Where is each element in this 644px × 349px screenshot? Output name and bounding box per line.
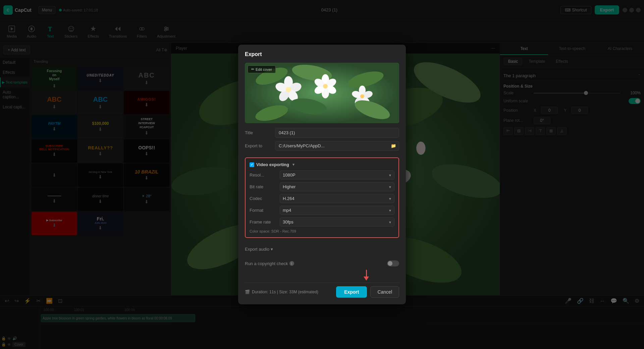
video-checkbox[interactable]: ✓ <box>250 162 254 167</box>
framerate-row: Frame rate 24fps 25fps 30fps 60fps ▼ <box>250 217 394 227</box>
codec-select-wrapper: H.264 H.265 ▼ <box>280 194 394 203</box>
edit-cover-button[interactable]: ✏ Edit cover <box>248 65 276 73</box>
svg-point-74 <box>360 94 364 98</box>
copyright-toggle[interactable] <box>387 260 399 266</box>
edit-icon: ✏ <box>251 67 254 71</box>
video-export-label: Video exporting <box>256 162 289 167</box>
bitrate-label: Bit rate <box>250 184 280 189</box>
folder-icon[interactable]: 📁 <box>388 143 399 148</box>
bitrate-select[interactable]: Low Medium Higher Highest <box>280 182 394 191</box>
title-label: Title <box>245 130 272 135</box>
duration-text: Duration: 11s | Size: 33M (estimated) <box>252 290 318 294</box>
video-export-header: ✓ Video exporting ▾ <box>250 162 394 167</box>
export-audio-label: Export audio <box>245 247 269 252</box>
resolution-select[interactable]: 720P 1080P 2K 4K <box>280 170 394 180</box>
framerate-select-wrapper: 24fps 25fps 30fps 60fps ▼ <box>280 217 394 227</box>
modal-title: Export <box>245 51 399 57</box>
codec-label: Codec <box>250 196 280 201</box>
video-file-icon: 🎬 <box>245 290 250 294</box>
resolution-select-wrapper: 720P 1080P 2K 4K ▼ <box>280 170 394 180</box>
export-audio-arrow: ▾ <box>271 247 273 252</box>
title-input[interactable] <box>275 128 399 138</box>
framerate-label: Frame rate <box>250 219 280 225</box>
video-export-section: ✓ Video exporting ▾ Resol... 720P 1080P … <box>245 157 399 238</box>
bitrate-row: Bit rate Low Medium Higher Highest ▼ <box>250 182 394 191</box>
format-select-wrapper: mp4 mov ▼ <box>280 206 394 215</box>
copyright-toggle-knob <box>388 261 392 266</box>
export-confirm-button[interactable]: Export <box>336 286 367 298</box>
export-modal: Export <box>238 45 406 304</box>
format-label: Format <box>250 208 280 213</box>
modal-overlay: Export <box>0 0 644 349</box>
modal-bottom: 🎬 Duration: 11s | Size: 33M (estimated) … <box>245 283 399 298</box>
export-to-label: Export to <box>245 143 272 148</box>
modal-actions: Export Cancel <box>336 286 399 298</box>
copyright-info-icon[interactable]: i <box>289 261 294 266</box>
copyright-row: Run a copyright check i <box>245 260 399 266</box>
export-audio-row[interactable]: Export audio ▾ <box>245 245 399 254</box>
color-space-label: Color space: SDR - Rec.709 <box>250 229 394 233</box>
framerate-select[interactable]: 24fps 25fps 30fps 60fps <box>280 217 394 227</box>
format-select[interactable]: mp4 mov <box>280 206 394 215</box>
modal-form: Title Export to 📁 ✓ Video exporting ▾ Re <box>245 128 399 270</box>
duration-info: 🎬 Duration: 11s | Size: 33M (estimated) <box>245 290 318 294</box>
path-input[interactable] <box>275 141 388 150</box>
edit-cover-label: Edit cover <box>256 67 272 71</box>
export-path-input[interactable]: 📁 <box>275 141 399 151</box>
info-chevron: ▾ <box>292 162 294 167</box>
codec-row: Codec H.264 H.265 ▼ <box>250 194 394 203</box>
export-to-row: Export to 📁 <box>245 141 399 151</box>
cancel-button[interactable]: Cancel <box>370 286 399 298</box>
arrow-head <box>364 277 369 281</box>
arrow-indicator <box>364 270 369 281</box>
bitrate-select-wrapper: Low Medium Higher Highest ▼ <box>280 182 394 191</box>
resolution-row: Resol... 720P 1080P 2K 4K ▼ <box>250 170 394 180</box>
format-row: Format mp4 mov ▼ <box>250 206 394 215</box>
copyright-label: Run a copyright check i <box>245 261 387 266</box>
title-row: Title <box>245 128 399 138</box>
svg-point-68 <box>323 84 328 89</box>
codec-select[interactable]: H.264 H.265 <box>280 194 394 203</box>
modal-preview: ✏ Edit cover <box>245 63 399 123</box>
resolution-label: Resol... <box>250 172 280 178</box>
arrow-container <box>245 270 399 281</box>
svg-point-61 <box>286 87 291 92</box>
arrow-shaft <box>366 270 367 277</box>
